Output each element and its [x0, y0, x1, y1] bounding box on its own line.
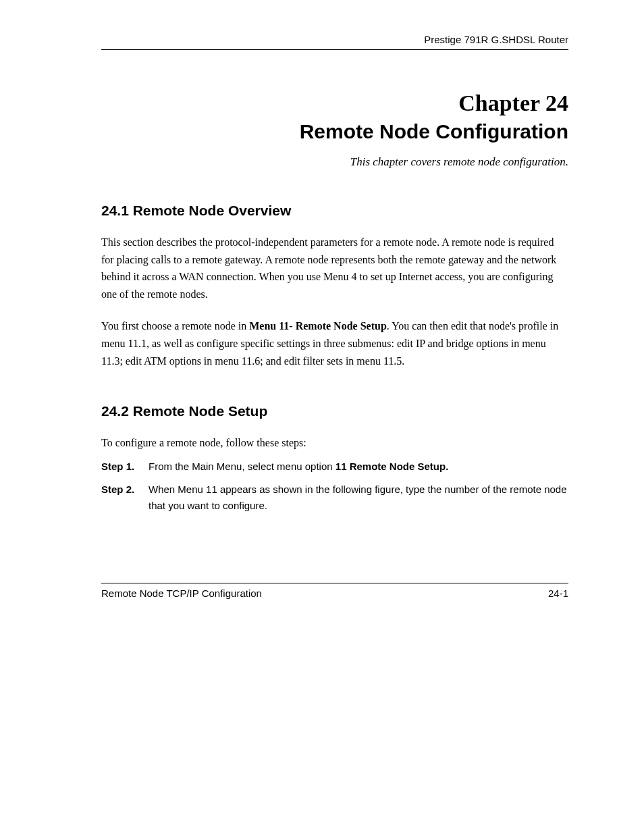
- chapter-subtitle: This chapter covers remote node configur…: [101, 155, 568, 169]
- step-row: Step 2. When Menu 11 appears as shown in…: [101, 481, 568, 514]
- text-run: From the Main Menu, select menu option: [149, 461, 336, 472]
- chapter-number: Chapter 24: [101, 90, 568, 116]
- text-run: When Menu 11 appears as shown in the fol…: [149, 484, 567, 511]
- step-text: From the Main Menu, select menu option 1…: [149, 459, 568, 475]
- paragraph: This section describes the protocol-inde…: [101, 234, 568, 303]
- text-bold: 11 Remote Node Setup.: [336, 461, 449, 472]
- step-row: Step 1. From the Main Menu, select menu …: [101, 459, 568, 475]
- section-heading-24-1: 24.1 Remote Node Overview: [101, 203, 568, 219]
- chapter-title: Remote Node Configuration: [101, 120, 568, 143]
- paragraph: To configure a remote node, follow these…: [101, 434, 568, 452]
- section-heading-24-2: 24.2 Remote Node Setup: [101, 403, 568, 419]
- step-text: When Menu 11 appears as shown in the fol…: [149, 481, 568, 514]
- paragraph: You first choose a remote node in Menu 1…: [101, 317, 568, 369]
- text-run: You first choose a remote node in: [101, 320, 249, 332]
- text-bold: Menu 11- Remote Node Setup: [249, 320, 387, 332]
- page-footer: Remote Node TCP/IP Configuration 24-1: [101, 583, 568, 599]
- chapter-heading-block: Chapter 24 Remote Node Configuration Thi…: [101, 90, 568, 169]
- page: Prestige 791R G.SHDSL Router Chapter 24 …: [0, 0, 644, 834]
- step-label: Step 2.: [101, 481, 149, 514]
- step-label: Step 1.: [101, 459, 149, 475]
- footer-page-number: 24-1: [548, 588, 568, 599]
- footer-left: Remote Node TCP/IP Configuration: [101, 588, 262, 599]
- running-header: Prestige 791R G.SHDSL Router: [101, 34, 568, 50]
